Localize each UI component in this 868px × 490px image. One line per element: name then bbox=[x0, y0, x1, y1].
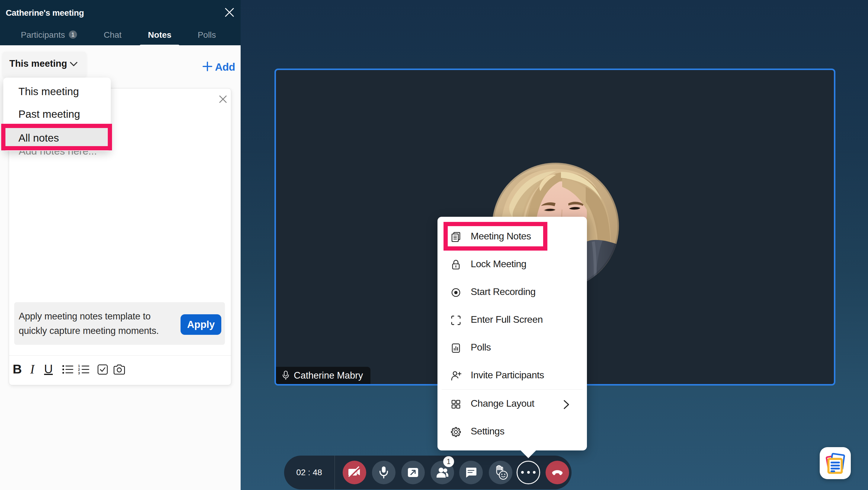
svg-text:1: 1 bbox=[78, 364, 80, 368]
svg-text:2: 2 bbox=[78, 368, 80, 371]
svg-text:3: 3 bbox=[78, 372, 80, 375]
